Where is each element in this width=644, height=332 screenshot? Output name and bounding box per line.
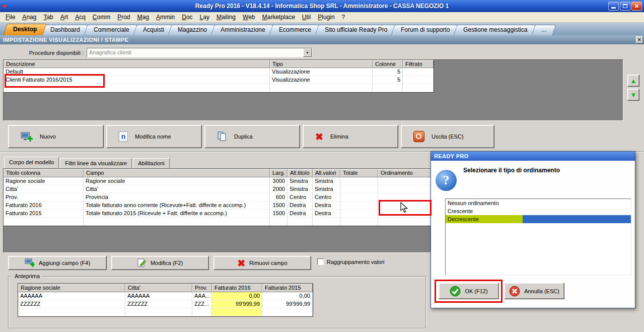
field-row-citta[interactable]: Citta' Citta' 2000 Sinistra Sinistra [4,185,434,193]
field-row-fatturato-2015[interactable]: Fatturato 2015 Totale fatturato 2015 (Ri… [4,210,434,218]
tab-filtri-linee[interactable]: Filtri linee da visualizzare [60,158,132,168]
tab-label: Desktop [13,24,37,35]
procedure-label: Procedure disponibili : [4,50,84,56]
modifica-campo-button[interactable]: Modifica (F2) [111,256,209,270]
field-row-ragione-sociale[interactable]: Ragione sociale Ragione sociale 3000 Sin… [4,177,434,185]
col-header-filtrato: Filtrato [403,60,434,68]
tab-label: ... [541,25,546,35]
menu-tab[interactable]: Tab [40,12,56,22]
add-field-icon [25,258,35,268]
aggiungi-campo-button[interactable]: Aggiungi campo (F4) [8,256,107,270]
menu-file[interactable]: File [2,12,19,22]
tab-ecommerce[interactable]: Ecommerce [269,25,321,35]
views-row-clienti-fatturato[interactable]: Clienti Fatturato 2016/2015 Visualizzazi… [4,76,434,84]
button-label: Elimina [330,134,348,140]
menu-marketplace[interactable]: Marketplace [258,12,298,22]
menu-acq[interactable]: Acq [71,12,89,22]
menu-help[interactable]: ? [338,12,349,22]
tab-acquisti[interactable]: Acquisti [133,25,174,35]
col-header-fatturato-2015: Fatturato 2015 [262,284,313,292]
raggruppamento-label: Raggruppamento valori [327,258,384,265]
arrow-down-icon: ▼ [630,91,637,99]
option-nessun-ordinamento[interactable]: Nessun ordinamento [446,199,631,207]
tab-label: Magazzino [178,25,207,35]
menu-mailing[interactable]: Mailing [213,12,239,22]
raggruppamento-checkbox[interactable] [317,258,324,265]
duplicate-icon [217,131,227,142]
fields-table: Titolo colonna Campo Larg. All.titolo Al… [4,169,434,226]
tab-amministrazione[interactable]: Amministrazione [210,25,275,35]
app-window: ♥ Ready Pro 2016 - V18.4.14 - Informatic… [0,0,644,332]
col-header-campo: Campo [84,169,270,177]
option-decrescente[interactable]: Decrescente [446,215,631,223]
tab-label: Corpo del modello [9,159,54,165]
views-row-default[interactable]: Default Visualizzazione 5 [4,68,434,76]
tab-label: Abilitazioni [138,160,165,166]
app-logo-icon: ♥ [2,2,6,10]
move-up-button[interactable]: ▲ [627,75,639,87]
cell-filtrato [403,68,434,76]
duplica-button[interactable]: Duplica [204,125,300,148]
menu-util[interactable]: Util [299,12,314,22]
tab-desktop[interactable]: Desktop [3,24,47,35]
menu-anag[interactable]: Anag [19,12,40,22]
tab-forum-supporto[interactable]: Forum di supporto [391,25,460,35]
button-label: Uscita (ESC) [432,134,464,140]
procedure-value: Anagrafica clienti [87,48,303,57]
menu-prod[interactable]: Prod [114,12,133,22]
tab-label: Filtri linee da visualizzare [65,160,127,166]
anteprima-label: Anteprima [13,273,42,280]
procedure-combobox[interactable]: Anagrafica clienti ▼ [87,48,312,57]
chevron-down-icon[interactable]: ▼ [303,48,312,57]
nuovo-button[interactable]: Nuovo [8,125,104,148]
col-header-titolo-colonna: Titolo colonna [4,169,84,177]
window-controls: ✕ [607,2,642,11]
rename-icon: n [119,131,128,142]
maximize-button[interactable] [620,2,630,11]
col-header-ordinamento: Ordinamento [378,169,434,177]
panel-close-icon[interactable]: ✕ [636,36,643,43]
menu-art[interactable]: Art [57,12,71,22]
cell-tipo: Visualizzazione [270,76,373,84]
menu-lay[interactable]: Lay [196,12,213,22]
col-header-larg: Larg. [270,169,288,177]
col-header-prov: Prov. [192,284,212,292]
menu-plugin[interactable]: Plugin [314,12,338,22]
uscita-button[interactable]: Uscita (ESC) [401,125,494,148]
tab-magazzino[interactable]: Magazzino [168,25,217,35]
menu-ammin[interactable]: Ammin [153,12,178,22]
arrow-up-icon: ▲ [630,77,637,85]
tab-sito-ufficiale[interactable]: Sito ufficiale Ready Pro [315,25,397,35]
delete-icon: ✖ [315,131,323,143]
cell-ordinamento-fatturato-2016[interactable] [378,202,434,210]
close-button[interactable]: ✕ [631,2,642,11]
modifica-nome-button[interactable]: n Modifica nome [106,125,202,148]
menu-comm[interactable]: Comm [89,12,114,22]
menu-bar: File Anag Tab Art Acq Comm Prod Mag Ammi… [0,12,644,23]
dialog-titlebar: READY PRO [431,152,635,161]
field-row-empty [4,218,434,226]
move-down-button[interactable]: ▼ [627,89,639,101]
ok-button[interactable]: OK (F12) [439,283,499,299]
cell-filtrato [403,76,434,84]
rimuovi-campo-button[interactable]: ✖ Rimuovi campo [213,256,311,270]
tab-dashboard[interactable]: Dashboard [41,25,90,35]
tab-gestione-messaggistica[interactable]: Gestione messaggistica [454,25,537,35]
dialog-title: READY PRO [434,153,469,159]
tab-abilitazioni[interactable]: Abilitazioni [133,158,170,168]
annulla-button[interactable]: Annulla (ESC) [504,283,564,299]
tab-corpo-del-modello[interactable]: Corpo del modello [4,157,59,168]
elimina-button[interactable]: ✖ Elimina [303,125,398,148]
field-row-fatturato-2016[interactable]: Fatturato 2016 Totale fatturato anno cor… [4,202,434,210]
minimize-button[interactable] [608,2,619,11]
button-label: Annulla (ESC) [524,288,559,294]
menu-web[interactable]: Web [239,12,258,22]
option-crescente[interactable]: Crescente [446,207,631,215]
menu-doc[interactable]: Doc [178,12,196,22]
tab-commerciale[interactable]: Commerciale [84,25,139,35]
field-row-prov[interactable]: Prov. Provincia 600 Centro Centro [4,193,434,202]
menu-mag[interactable]: Mag [134,12,153,22]
button-label: Modifica nome [135,134,171,140]
button-label: Duplica [234,134,253,140]
tab-more[interactable]: ... [531,25,556,35]
